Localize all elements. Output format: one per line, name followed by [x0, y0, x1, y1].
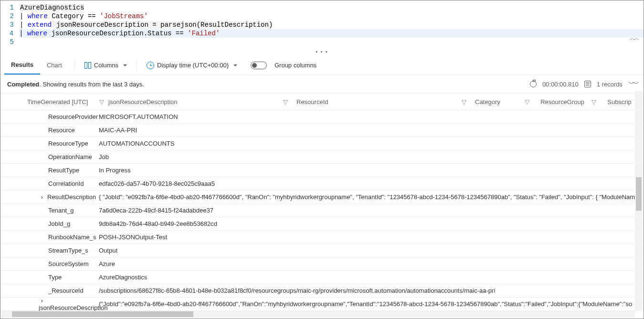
col-category[interactable]: Category [475, 98, 500, 106]
grid-header: TimeGenerated [UTC] ▽ jsonResourceDescri… [0, 93, 644, 110]
row-value: {"JobId":"e092fb7a-6f6e-4bd0-ab20-ff4677… [99, 300, 644, 308]
row-key: ResourceType [27, 140, 99, 147]
code-token: where [28, 12, 48, 20]
expand-row-icon[interactable]: › [39, 193, 45, 201]
row-key: ResultType [27, 167, 99, 174]
table-row: Tenant_g7a6d0eca-222b-49cf-8415-f24adabd… [0, 204, 644, 217]
row-key: Resource [27, 127, 99, 134]
vertical-scrollbar[interactable] [635, 91, 643, 310]
table-row: JobId_g9db8a42b-76d4-48a0-b949-2ee8b5368… [0, 217, 644, 231]
row-value: { "JobId": "e092fb7a-6f6e-4bd0-ab20-ff46… [99, 193, 644, 201]
code-token: where [27, 30, 47, 37]
row-key: SourceSystem [27, 260, 99, 267]
columns-button[interactable]: Columns [81, 60, 131, 71]
separator [137, 60, 137, 71]
filter-icon[interactable]: ▽ [99, 98, 104, 106]
code-token: | [20, 12, 28, 20]
horizontal-scroll-thumb[interactable] [12, 311, 193, 317]
code-token: 'Failed' [188, 30, 220, 37]
filter-icon[interactable]: ▽ [591, 98, 596, 106]
code-token: 'JobStreams' [100, 12, 148, 20]
tab-chart[interactable]: Chart [40, 56, 69, 74]
tab-results[interactable]: Results [4, 56, 40, 74]
code-token: | [19, 30, 27, 37]
filter-icon[interactable]: ▽ [283, 98, 288, 106]
row-key: _ResourceId [27, 287, 99, 294]
status-text: . Showing results from the last 3 days. [39, 81, 144, 88]
expand-status-icon[interactable]: ﹀﹀ [628, 80, 637, 88]
group-columns-toggle[interactable] [251, 62, 267, 69]
line-number: 1 [0, 3, 20, 12]
horizontal-scrollbar[interactable] [1, 311, 635, 318]
row-value: AzureDiagnostics [99, 274, 644, 281]
code-token: jsonResourceDescription = parsejson(Resu… [52, 21, 273, 29]
line-number: 3 [0, 21, 20, 29]
table-row: SourceSystemAzure [0, 257, 644, 271]
table-row: ResultTypeIn Progress [0, 164, 644, 177]
row-key: OperationName [27, 153, 99, 160]
query-editor[interactable]: 1AzureDiagnostics2| where Category == 'J… [0, 0, 644, 47]
columns-icon [84, 62, 91, 69]
table-row: StreamType_sOutput [0, 244, 644, 257]
code-token: AzureDiagnostics [20, 4, 84, 11]
table-row: OperationNameJob [0, 150, 644, 164]
row-value: MICROSOFT.AUTOMATION [99, 113, 644, 120]
editor-drag-handle[interactable]: • • • [0, 49, 644, 56]
table-row: ResourceProviderMICROSOFT.AUTOMATION [0, 110, 644, 124]
filter-icon[interactable]: ▽ [525, 98, 529, 106]
row-value: /subscriptions/68627f8c-65b8-4601-b48e-b… [99, 287, 644, 294]
line-number: 2 [0, 12, 20, 21]
row-key: ResourceProvider [27, 113, 99, 120]
code-token: jsonResourceDescription.Status == [47, 30, 188, 37]
row-value: Azure [99, 260, 644, 267]
table-row: _ResourceId/subscriptions/68627f8c-65b8-… [0, 284, 644, 298]
collapse-editor-icon[interactable]: ︿︿ [629, 34, 638, 43]
table-row: TypeAzureDiagnostics [0, 271, 644, 284]
vertical-scroll-thumb[interactable] [636, 177, 642, 211]
table-row: ResourceMAIC-AA-PRI [0, 124, 644, 137]
row-value: 7a6d0eca-222b-49cf-8415-f24adabdee37 [99, 207, 644, 214]
display-time-button[interactable]: Display time (UTC+00:00) [143, 60, 241, 71]
row-key: ResultDescription [47, 193, 96, 201]
code-token: extend [28, 21, 52, 29]
stopwatch-icon [530, 81, 537, 87]
row-value: AUTOMATIONACCOUNTS [99, 140, 644, 147]
table-row: ›jsonResourceDescription{"JobId":"e092fb… [0, 298, 644, 311]
table-row: ResourceTypeAUTOMATIONACCOUNTS [0, 137, 644, 150]
row-key: RunbookName_s [27, 234, 99, 241]
row-key: CorrelationId [27, 180, 99, 187]
row-value: In Progress [99, 167, 644, 174]
table-row: ›ResultDescription{ "JobId": "e092fb7a-6… [0, 191, 644, 204]
table-row: CorrelationIdedfac026-da57-4b70-9218-8ec… [0, 177, 644, 191]
col-resourceid[interactable]: ResourceId [296, 98, 328, 106]
expand-row-icon[interactable]: › [39, 297, 45, 304]
row-key: Tenant_g [27, 207, 99, 214]
record-count: 1 records [597, 81, 623, 88]
line-number: 5 [0, 38, 20, 46]
row-value: edfac026-da57-4b70-9218-8ec025c9aaa5 [99, 180, 644, 187]
row-key: StreamType_s [27, 247, 99, 254]
clock-icon [147, 62, 154, 69]
row-value: 9db8a42b-76d4-48a0-b949-2ee8b53682cd [99, 220, 644, 227]
col-resourcegroup[interactable]: ResourceGroup [540, 98, 584, 106]
code-token: Category == [48, 12, 100, 20]
row-key: Type [27, 274, 99, 281]
separator [74, 60, 75, 71]
elapsed-time: 00:00:00.810 [542, 81, 579, 88]
row-value: Output [99, 247, 644, 254]
status-bar: Completed. Showing results from the last… [0, 75, 644, 93]
columns-label: Columns [94, 62, 118, 69]
row-key: JobId_g [27, 220, 99, 227]
line-number: 4 [0, 29, 19, 38]
code-token: | [20, 21, 28, 29]
filter-icon[interactable]: ▽ [462, 98, 466, 106]
row-key: jsonResourceDescription [39, 304, 108, 311]
col-timegenerated[interactable]: TimeGenerated [UTC] [27, 98, 88, 106]
records-icon [584, 81, 591, 87]
col-jsonresourcedescription[interactable]: jsonResourceDescription [108, 98, 178, 106]
display-time-label: Display time (UTC+00:00) [157, 62, 229, 69]
grid-body[interactable]: ResourceProviderMICROSOFT.AUTOMATIONReso… [0, 110, 644, 319]
col-subscription[interactable]: Subscrip [607, 98, 632, 106]
row-value: MAIC-AA-PRI [99, 127, 644, 134]
row-value: POSH-JSONOutput-Test [99, 234, 644, 241]
